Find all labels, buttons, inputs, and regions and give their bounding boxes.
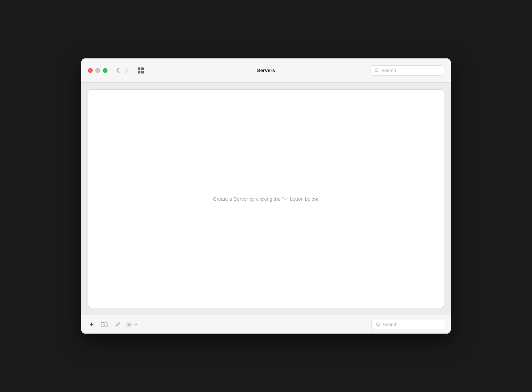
add-server-button[interactable]: +: [87, 319, 96, 330]
titlebar-search-input[interactable]: [381, 68, 440, 73]
nav-buttons: [114, 66, 130, 75]
bottom-search-input[interactable]: [383, 322, 441, 327]
empty-state-message: Create a Server by clicking the "+" butt…: [213, 196, 319, 202]
traffic-lights: [88, 68, 107, 73]
app-window: Servers Create a Server by clicking the …: [81, 58, 451, 334]
add-folder-button[interactable]: [98, 319, 110, 330]
gear-dropdown: [125, 320, 138, 330]
server-list: Create a Server by clicking the "+" butt…: [88, 90, 444, 308]
forward-button[interactable]: [123, 66, 130, 75]
server-panel: Create a Server by clicking the "+" butt…: [88, 89, 444, 308]
minimize-button[interactable]: [95, 68, 100, 73]
bottom-search-box: [371, 320, 445, 329]
close-button[interactable]: [88, 68, 93, 73]
edit-button[interactable]: [112, 320, 123, 330]
grid-icon: [138, 67, 144, 74]
titlebar-search-box: [370, 65, 444, 76]
bottom-search-icon: [376, 322, 381, 327]
content-area: Create a Server by clicking the "+" butt…: [81, 83, 451, 315]
gear-dropdown-chevron[interactable]: [134, 322, 138, 328]
back-button[interactable]: [114, 66, 122, 75]
gear-button[interactable]: [125, 320, 133, 330]
titlebar-search-container: [370, 65, 444, 76]
maximize-button[interactable]: [103, 68, 107, 73]
bottom-toolbar: +: [81, 315, 451, 334]
search-icon: [374, 68, 379, 73]
view-toggle-button[interactable]: [136, 66, 146, 75]
titlebar: Servers: [81, 58, 451, 83]
svg-point-1: [128, 324, 130, 325]
window-title: Servers: [257, 67, 275, 73]
